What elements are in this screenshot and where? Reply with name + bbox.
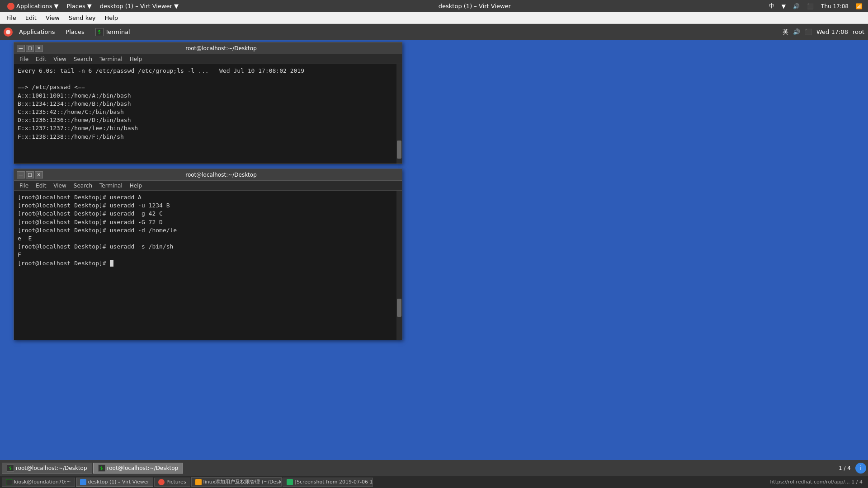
terminal-1-menubar: File Edit View Search Terminal Help [14,54,402,64]
host-active-window-label: desktop (1) – Virt Viewer [100,3,172,9]
terminal-1-close[interactable]: ✕ [35,45,43,52]
guest-places-menu[interactable]: Places [61,27,89,37]
terminal-1-titlebar[interactable]: — □ ✕ root@localhost:~/Desktop [14,42,402,54]
terminal-2-close[interactable]: ✕ [35,171,43,178]
host-task-viewer[interactable]: desktop (1) – Virt Viewer [76,478,154,487]
guest-user: root [853,28,864,35]
host-applications-label: Applications [16,3,52,9]
terminal-2-maximize[interactable]: □ [26,171,34,178]
gnome-icon [4,28,13,37]
host-app-arrow: ▼ [54,3,58,9]
host-topbar: Applications ▼ Places ▼ desktop (1) – Vi… [0,0,868,12]
terminal-2-scrollbar[interactable] [396,191,402,340]
guest-taskbar-item-1[interactable]: $ root@localhost:~/Desktop [2,463,92,474]
terminal-window-2: — □ ✕ root@localhost:~/Desktop File Edit… [14,169,402,340]
t2-menu-search[interactable]: Search [70,182,96,189]
host-places-label: Places [66,3,85,9]
guest-taskbar-label-2: root@localhost:~/Desktop [107,465,179,471]
guest-area: Applications Places $ Terminal 英 🔊 ⬛ Wed… [0,24,868,476]
guest-time: Wed 17:08 [816,28,848,35]
guest-panel: Applications Places $ Terminal 英 🔊 ⬛ Wed… [0,24,868,40]
svg-point-0 [6,30,10,34]
terminal-2-controls: — □ ✕ [17,171,43,178]
host-topbar-left: Applications ▼ Places ▼ desktop (1) – Vi… [4,2,182,11]
host-places-menu[interactable]: Places ▼ [63,2,95,10]
host-task-terminal-icon [6,479,12,485]
terminals-area: — □ ✕ root@localhost:~/Desktop File Edit… [0,40,868,460]
host-active-window-menu[interactable]: desktop (1) – Virt Viewer ▼ [96,2,182,10]
guest-taskbar: $ root@localhost:~/Desktop $ root@localh… [0,460,868,476]
host-taskbar-url: https://rol.redhat.com/rol/app/... [770,479,849,485]
terminal-cursor [110,260,113,267]
terminal-2-titlebar[interactable]: — □ ✕ root@localhost:~/Desktop [14,169,402,181]
guest-terminal-button[interactable]: $ Terminal [91,27,135,38]
virt-menu-view[interactable]: View [41,14,64,22]
host-task-pictures[interactable]: Pictures [154,478,190,487]
host-taskbar-page: 1 / 4 [851,479,863,485]
host-task-viewer-label: desktop (1) – Virt Viewer [88,479,150,485]
terminal-icon: $ [95,28,104,36]
terminal-2-minimize[interactable]: — [17,171,25,178]
guest-taskbar-icon-2: $ [98,465,105,472]
host-topbar-right: 中 ▼ 🔊 ⬛ Thu 17:08 📶 [767,2,864,10]
virt-menubar: File Edit View Send key Help [0,12,868,24]
host-audio-icon[interactable]: 🔊 [791,3,802,9]
t1-menu-search[interactable]: Search [70,56,96,63]
guest-lang: 英 [783,28,788,36]
t1-menu-edit[interactable]: Edit [32,56,50,63]
terminal-2-title: root@localhost:~/Desktop [43,172,399,178]
t1-menu-help[interactable]: Help [126,56,146,63]
host-app-icon [7,3,14,10]
host-task-screenshot-icon [287,479,293,485]
guest-taskbar-pager: 1 / 4 [835,465,854,471]
guest-taskbar-label-1: root@localhost:~/Desktop [16,465,87,471]
host-time: Thu 17:08 [819,3,850,9]
host-task-terminal-label: kiosk@foundation70:~ [14,479,71,485]
terminal-1-scrollbar-thumb[interactable] [397,141,401,159]
terminal-window-1: — □ ✕ root@localhost:~/Desktop File Edit… [14,42,402,164]
terminal-1-text: Every 6.0s: tail -n 6 /etc/passwd /etc/g… [18,67,398,141]
guest-audio-icon[interactable]: 🔊 [793,28,800,35]
host-places-arrow: ▼ [87,3,92,9]
host-task-terminal[interactable]: kiosk@foundation70:~ [2,478,75,487]
terminal-1-minimize[interactable]: — [17,45,25,52]
terminal-1-controls: — □ ✕ [17,45,43,52]
virt-menu-sendkey[interactable]: Send key [64,14,100,22]
guest-display-icon[interactable]: ⬛ [805,28,812,35]
t2-menu-view[interactable]: View [50,182,70,189]
t2-menu-help[interactable]: Help [126,182,146,189]
terminal-1-maximize[interactable]: □ [26,45,34,52]
t2-menu-edit[interactable]: Edit [32,182,50,189]
host-screen-icon[interactable]: ⬛ [805,3,816,9]
host-applications-menu[interactable]: Applications ▼ [4,2,62,11]
guest-panel-left: Applications Places $ Terminal [4,27,135,38]
guest-panel-right: 英 🔊 ⬛ Wed 17:08 root [783,28,864,36]
host-taskbar-right: https://rol.redhat.com/rol/app/... 1 / 4 [766,479,866,485]
host-task-pictures-label: Pictures [166,479,186,485]
virt-menu-edit[interactable]: Edit [21,14,41,22]
guest-applications-menu[interactable]: Applications [14,27,59,37]
guest-taskbar-icon-1: $ [7,465,14,472]
terminal-1-content[interactable]: Every 6.0s: tail -n 6 /etc/passwd /etc/g… [14,64,402,164]
guest-taskbar-info[interactable]: i [855,463,866,474]
guest-taskbar-item-2[interactable]: $ root@localhost:~/Desktop [93,463,184,474]
host-task-screenshot-label: [Screenshot from 2019-07-06 1... [295,479,373,485]
terminal-2-text: [root@localhost Desktop]# useradd A [roo… [18,193,398,267]
host-lang-arrow: ▼ [780,3,788,9]
terminal-2-content[interactable]: [root@localhost Desktop]# useradd A [roo… [14,191,402,340]
terminal-1-title: root@localhost:~/Desktop [43,45,399,52]
t2-menu-file[interactable]: File [16,182,32,189]
host-lang: 中 [767,2,776,10]
host-active-arrow: ▼ [174,3,179,9]
host-task-linux[interactable]: linux添加用户及权限管理 (~/Desktop... [191,477,282,487]
virt-menu-file[interactable]: File [2,14,21,22]
virt-menu-help[interactable]: Help [100,14,123,22]
host-task-viewer-icon [80,479,86,485]
t1-menu-terminal[interactable]: Terminal [96,56,126,63]
terminal-1-scrollbar[interactable] [396,64,402,164]
host-task-screenshot[interactable]: [Screenshot from 2019-07-06 1... [283,478,373,487]
t1-menu-file[interactable]: File [16,56,32,63]
t1-menu-view[interactable]: View [50,56,70,63]
t2-menu-terminal[interactable]: Terminal [96,182,126,189]
terminal-2-scrollbar-thumb[interactable] [397,299,401,317]
